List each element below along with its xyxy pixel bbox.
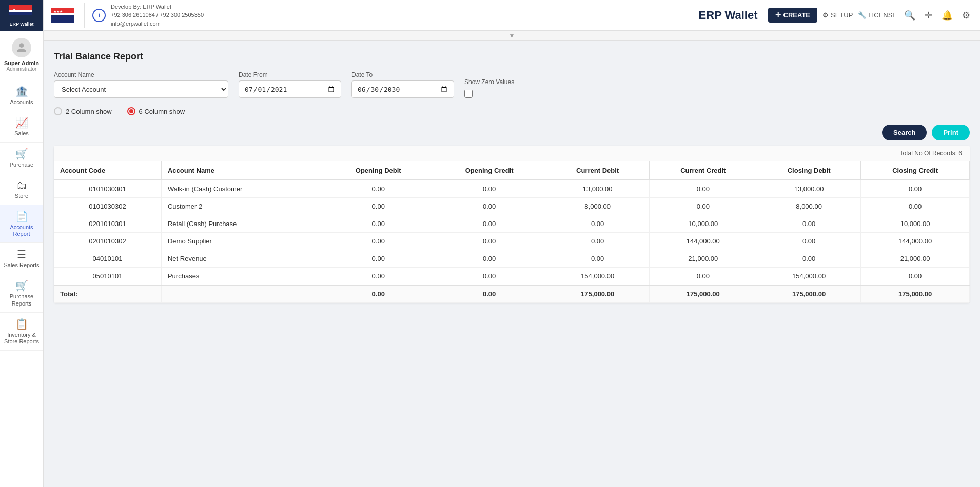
create-button[interactable]: ✛ CREATE (768, 8, 817, 23)
cell-clos-debit-2: 0.00 (757, 215, 860, 233)
table-row: 0201010301 Retail (Cash) Purchase 0.00 0… (54, 215, 970, 233)
cell-clos-credit-2: 10,000.00 (861, 215, 970, 233)
filter-bar: Account Name Select Account Date From Da… (54, 71, 970, 98)
sidebar-item-store[interactable]: 🗂 Store (0, 174, 43, 205)
table-row: 05010101 Purchases 0.00 0.00 154,000.00 … (54, 268, 970, 286)
topbar: ★★★ i Develop By: ERP Wallet +92 306 261… (44, 0, 980, 31)
table-row: 04010101 Net Revenue 0.00 0.00 0.00 21,0… (54, 250, 970, 268)
table-body: 0101030301 Walk-in (Cash) Customer 0.00 … (54, 180, 970, 303)
total-cur-debit: 175,000.00 (546, 285, 649, 303)
col-opening-debit: Opening Debit (324, 161, 433, 180)
inventory-icon: 📋 (15, 318, 28, 330)
cell-cur-debit-1: 8,000.00 (546, 198, 649, 215)
purchase-icon: 🛒 (15, 148, 28, 160)
cell-cur-credit-5: 0.00 (649, 268, 757, 286)
setup-icon: ⚙ (822, 11, 829, 19)
cell-code-5: 05010101 (54, 268, 161, 286)
total-clos-debit: 175,000.00 (757, 285, 860, 303)
six-column-dot (127, 107, 135, 115)
accounts-icon: 🏦 (15, 85, 28, 97)
account-name-label: Account Name (54, 71, 228, 78)
cell-name-3: Demo Supplier (161, 233, 324, 250)
date-from-input[interactable] (239, 80, 341, 98)
show-zero-group: Show Zero Values (464, 78, 514, 98)
six-column-radio[interactable]: 6 Column show (127, 107, 185, 115)
sales-icon: 📈 (15, 116, 28, 129)
print-button[interactable]: Print (932, 125, 970, 140)
cell-op-debit-1: 0.00 (324, 198, 433, 215)
page-title: Trial Balance Report (54, 51, 970, 62)
setup-button[interactable]: ⚙ SETUP (822, 11, 853, 19)
cell-op-debit-3: 0.00 (324, 233, 433, 250)
license-label: LICENSE (868, 11, 897, 19)
col-closing-credit: Closing Credit (861, 161, 970, 180)
cell-clos-debit-1: 8,000.00 (757, 198, 860, 215)
sidebar-item-sales[interactable]: 📈 Sales (0, 111, 43, 143)
sales-reports-icon: ☰ (17, 248, 26, 260)
action-bar: Search Print (54, 125, 970, 140)
date-from-label: Date From (239, 71, 341, 78)
account-name-select[interactable]: Select Account (54, 80, 228, 98)
col-account-name: Account Name (161, 161, 324, 180)
svg-rect-7 (51, 13, 74, 15)
main-wrapper: ★★★ i Develop By: ERP Wallet +92 306 261… (44, 0, 980, 487)
create-label: CREATE (783, 11, 810, 19)
cell-cur-credit-3: 144,000.00 (649, 233, 757, 250)
total-label: Total: (54, 285, 161, 303)
cell-op-credit-2: 0.00 (433, 215, 546, 233)
cell-clos-credit-4: 21,000.00 (861, 250, 970, 268)
sidebar-logo: ★ ERP Wallet (0, 0, 44, 31)
cell-code-4: 04010101 (54, 250, 161, 268)
search-button[interactable]: Search (882, 125, 927, 140)
developer-text: Develop By: ERP Wallet (111, 3, 204, 11)
cell-cur-credit-4: 21,000.00 (649, 250, 757, 268)
create-plus-icon: ✛ (775, 11, 781, 19)
total-row: Total: 0.00 0.00 175,000.00 175,000.00 1… (54, 285, 970, 303)
brand-name: ERP Wallet (699, 9, 758, 22)
sidebar-item-inventory-store-reports[interactable]: 📋 Inventory & Store Reports (0, 313, 43, 351)
show-zero-checkbox[interactable] (464, 90, 473, 98)
license-button[interactable]: 🔧 LICENSE (858, 11, 897, 19)
cell-clos-debit-4: 0.00 (757, 250, 860, 268)
col-current-debit: Current Debit (546, 161, 649, 180)
date-to-label: Date To (351, 71, 454, 78)
sidebar-nav: 🏦 Accounts 📈 Sales 🛒 Purchase 🗂 Store 📄 … (0, 77, 43, 353)
sidebar-item-accounts[interactable]: 🏦 Accounts (0, 80, 43, 111)
sidebar-label-accounts: Accounts (10, 99, 33, 106)
sidebar-item-sales-reports[interactable]: ☰ Sales Reports (0, 243, 43, 274)
user-role: Administrator (7, 66, 37, 72)
sidebar-item-purchase-reports[interactable]: 🛒 Purchase Reports (0, 274, 43, 312)
sidebar-label-store: Store (15, 193, 28, 199)
cell-cur-debit-2: 0.00 (546, 215, 649, 233)
collapse-bar[interactable]: ▼ (44, 31, 980, 41)
total-clos-credit: 175,000.00 (861, 285, 970, 303)
cell-code-0: 0101030301 (54, 180, 161, 198)
col-current-credit: Current Credit (649, 161, 757, 180)
table-row: 0101030302 Customer 2 0.00 0.00 8,000.00… (54, 198, 970, 215)
two-column-dot (54, 107, 62, 115)
sidebar-user-section: Super Admin Administrator (0, 31, 43, 77)
cell-cur-credit-0: 0.00 (649, 180, 757, 198)
cell-op-debit-4: 0.00 (324, 250, 433, 268)
sidebar-item-purchase[interactable]: 🛒 Purchase (0, 143, 43, 174)
account-name-group: Account Name Select Account (54, 71, 228, 98)
cell-name-4: Net Revenue (161, 250, 324, 268)
phone-text: +92 306 2611084 / +92 300 2505350 (111, 11, 204, 19)
date-to-input[interactable] (351, 80, 454, 98)
cell-clos-debit-0: 13,000.00 (757, 180, 860, 198)
cell-clos-credit-3: 144,000.00 (861, 233, 970, 250)
notification-button[interactable]: 🔔 (939, 8, 955, 23)
email-text: info@erpwallet.com (111, 19, 204, 28)
two-column-radio[interactable]: 2 Column show (54, 107, 112, 115)
cell-cur-credit-2: 10,000.00 (649, 215, 757, 233)
col-closing-debit: Closing Debit (757, 161, 860, 180)
sidebar-item-accounts-report[interactable]: 📄 Accounts Report (0, 205, 43, 243)
topbar-info: i Develop By: ERP Wallet +92 306 2611084… (84, 3, 204, 28)
add-topbar-button[interactable]: ✛ (923, 8, 934, 23)
search-topbar-button[interactable]: 🔍 (902, 8, 917, 23)
cell-name-5: Purchases (161, 268, 324, 286)
topbar-logo-icon: ★★★ (51, 8, 74, 23)
table-row: 0101030301 Walk-in (Cash) Customer 0.00 … (54, 180, 970, 198)
settings-button[interactable]: ⚙ (960, 8, 972, 23)
info-icon: i (92, 9, 106, 22)
